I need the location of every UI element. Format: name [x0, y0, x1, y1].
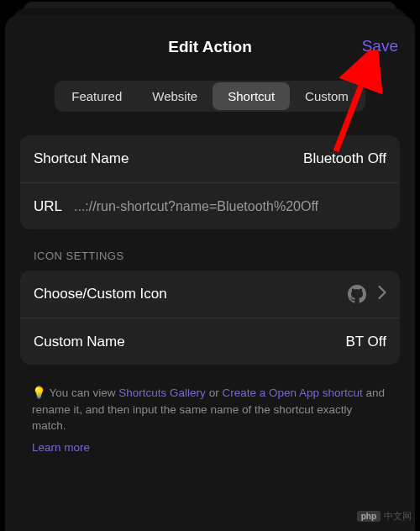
tip-pre: You can view	[50, 386, 119, 399]
watermark-badge: php	[357, 511, 381, 522]
tab-website[interactable]: Website	[137, 82, 213, 110]
shortcut-url-row[interactable]: URL ...://run-shortcut?name=Bluetooth%20…	[20, 182, 400, 229]
tab-shortcut[interactable]: Shortcut	[213, 82, 290, 110]
custom-name-label: Custom Name	[34, 334, 125, 350]
tab-custom[interactable]: Custom	[290, 82, 364, 110]
shortcut-name-value: Bluetooth Off	[303, 150, 386, 167]
bulb-icon: 💡	[32, 386, 46, 399]
custom-name-value: BT Off	[345, 334, 386, 350]
url-label: URL	[34, 198, 62, 215]
custom-name-row[interactable]: Custom Name BT Off	[20, 318, 400, 365]
shortcut-group: Shortcut Name Bluetooth Off URL ...://ru…	[20, 135, 400, 229]
watermark-text: 中文网	[384, 510, 412, 523]
segment-control-wrap: Featured Website Shortcut Custom	[20, 81, 400, 112]
sheet-header: Edit Action Save	[20, 29, 400, 66]
tip-text: 💡 You can view Shortcuts Gallery or Crea…	[20, 385, 400, 455]
icon-settings-header: ICON SETTINGS	[34, 250, 400, 262]
save-button[interactable]: Save	[362, 37, 398, 55]
learn-more-link[interactable]: Learn more	[32, 439, 388, 456]
tip-mid: or	[206, 386, 223, 399]
tab-featured[interactable]: Featured	[56, 82, 137, 110]
segment-control: Featured Website Shortcut Custom	[55, 81, 365, 112]
shortcut-name-row[interactable]: Shortcut Name Bluetooth Off	[20, 135, 400, 182]
page-title: Edit Action	[168, 38, 252, 56]
chevron-right-icon	[378, 286, 386, 302]
shortcut-name-label: Shortcut Name	[34, 150, 129, 167]
url-value: ...://run-shortcut?name=Bluetooth%20Off	[74, 199, 386, 214]
github-icon	[348, 285, 366, 303]
watermark: php 中文网	[357, 510, 412, 523]
choose-icon-row[interactable]: Choose/Custom Icon	[20, 271, 400, 318]
shortcuts-gallery-link[interactable]: Shortcuts Gallery	[118, 386, 206, 399]
icon-settings-group: Choose/Custom Icon Custom Name BT Off	[20, 271, 400, 365]
create-open-app-link[interactable]: Create a Open App shortcut	[222, 386, 362, 399]
edit-action-sheet: Edit Action Save Featured Website Shortc…	[5, 15, 415, 531]
choose-icon-label: Choose/Custom Icon	[34, 286, 167, 302]
